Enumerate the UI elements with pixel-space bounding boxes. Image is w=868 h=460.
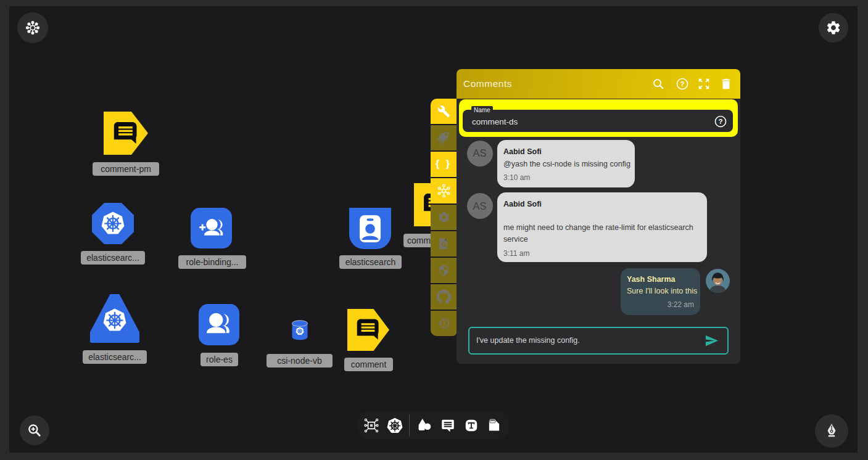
svg-text:?: ? xyxy=(680,80,685,88)
svg-text:?: ? xyxy=(719,118,723,125)
